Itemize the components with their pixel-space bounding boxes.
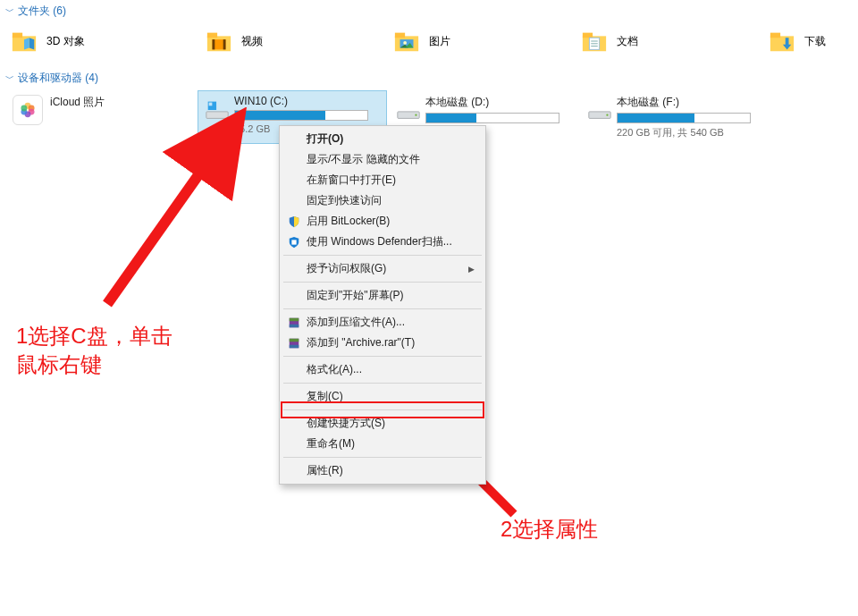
drive-d-capacity-bar [425,113,559,123]
ctx-shortcut[interactable]: 创建快捷方式(S) [282,413,484,434]
folders-grid: 3D 对象 视频 图片 文档 下载 [0,22,858,67]
svg-rect-44 [290,344,299,348]
svg-rect-7 [213,39,215,49]
ctx-access[interactable]: 授予访问权限(G)▶ [282,258,484,279]
chevron-down-icon: ﹀ [5,5,14,18]
svg-rect-38 [291,240,296,244]
rar-icon [287,316,301,330]
os-drive-icon [204,95,234,126]
ctx-pin-start[interactable]: 固定到"开始"屏幕(P) [282,285,484,306]
ctx-separator [283,409,482,410]
section-folders-label: 文件夹 (6) [18,4,66,19]
drive-icloud[interactable]: iCloud 照片 [7,91,195,143]
documents-icon [581,28,608,55]
ctx-pin-quick[interactable]: 固定到快速访问 [282,190,484,211]
ctx-separator [283,457,482,458]
svg-point-35 [415,114,416,116]
ctx-open[interactable]: 打开(O) [282,129,484,149]
ctx-separator [283,308,482,309]
folder-videos-label: 视频 [241,34,263,49]
ctx-format[interactable]: 格式化(A)... [282,359,484,380]
downloads-icon [769,28,795,55]
section-drives-header[interactable]: ﹀ 设备和驱动器 (4) [0,67,858,89]
svg-rect-10 [395,33,405,38]
folder-pictures-label: 图片 [429,34,450,49]
ctx-separator [283,255,482,256]
ctx-separator [283,356,482,357]
svg-point-29 [21,105,27,112]
svg-rect-21 [770,36,794,51]
shield-icon [287,215,301,229]
folder-3d-label: 3D 对象 [46,34,85,49]
folder-documents[interactable]: 文档 [576,24,763,58]
ctx-compress-to[interactable]: 添加到 "Archive.rar"(T) [282,333,484,353]
defender-icon [287,235,301,249]
svg-rect-43 [290,338,299,342]
svg-marker-3 [24,38,29,49]
section-drives-label: 设备和驱动器 (4) [18,71,98,86]
svg-point-37 [606,114,608,116]
drive-f-label: 本地磁盘 (F:) [617,95,763,110]
folder-documents-label: 文档 [617,34,638,49]
section-folders-header[interactable]: ﹀ 文件夹 (6) [0,0,858,22]
svg-rect-1 [13,33,22,38]
drive-d-label: 本地磁盘 (D:) [425,95,572,110]
svg-rect-16 [583,33,593,38]
folder-pictures[interactable]: 图片 [388,24,576,58]
hdd-icon [395,95,425,126]
drive-f-capacity-bar [617,113,751,123]
folder-downloads[interactable]: 下载 [763,24,853,58]
chevron-down-icon: ﹀ [5,72,14,85]
ctx-show-hidden[interactable]: 显示/不显示 隐藏的文件 [282,149,484,170]
ctx-compress[interactable]: 添加到压缩文件(A)... [282,312,484,333]
ctx-rename[interactable]: 重命名(M) [282,434,484,454]
ctx-bitlocker[interactable]: 启用 BitLocker(B) [282,211,484,232]
folder-3d-objects[interactable]: 3D 对象 [5,24,193,58]
ctx-separator [283,383,482,384]
ctx-defender[interactable]: 使用 Windows Defender扫描... [282,232,484,252]
svg-marker-2 [29,38,35,49]
ctx-separator [283,282,482,283]
svg-line-45 [107,121,237,304]
folder-videos[interactable]: 视频 [200,24,388,58]
annotation-text-1: 1选择C盘，单击 鼠标右键 [16,322,172,379]
svg-rect-41 [290,324,299,327]
icloud-photos-icon [13,95,43,125]
3d-objects-icon [11,28,38,55]
svg-rect-30 [206,112,228,119]
svg-rect-5 [207,33,217,38]
svg-point-12 [403,41,407,45]
videos-icon [206,28,232,55]
svg-rect-8 [223,39,226,49]
drive-f[interactable]: 本地磁盘 (F:) 220 GB 可用, 共 540 GB [581,91,769,143]
svg-rect-40 [290,317,299,321]
drive-c-capacity-bar [234,110,368,121]
pictures-icon [393,28,420,55]
annotation-text-2: 2选择属性 [500,515,598,544]
drive-icloud-label: iCloud 照片 [50,95,189,110]
context-menu: 打开(O) 显示/不显示 隐藏的文件 在新窗口中打开(E) 固定到快速访问 启用… [279,125,486,485]
rar-icon [287,336,301,350]
svg-rect-22 [770,33,780,38]
drive-f-capacity-text: 220 GB 可用, 共 540 GB [617,126,763,139]
ctx-open-new-window[interactable]: 在新窗口中打开(E) [282,170,484,190]
ctx-copy[interactable]: 复制(C) [282,386,484,407]
drive-c-label: WIN10 (C:) [234,95,381,107]
hdd-icon [586,95,617,126]
ctx-properties[interactable]: 属性(R) [282,460,484,481]
submenu-arrow-icon: ▶ [468,265,475,274]
folder-downloads-label: 下载 [804,34,826,49]
svg-rect-33 [209,103,213,106]
